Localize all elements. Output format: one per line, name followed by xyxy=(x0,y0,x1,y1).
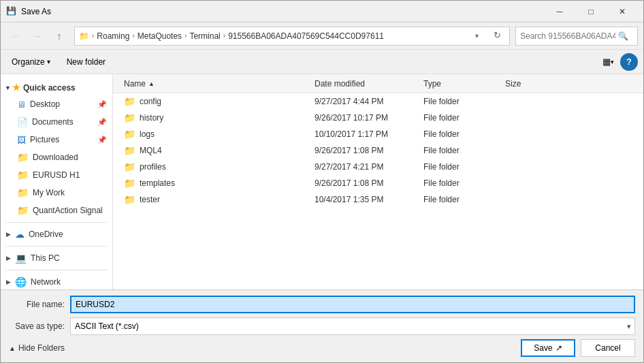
cancel-button[interactable]: Cancel xyxy=(581,339,635,357)
quick-access-header[interactable]: ▾ ★ Quick access xyxy=(1,80,112,95)
minimize-button[interactable]: ─ xyxy=(544,1,575,22)
address-bar[interactable]: 📁 › Roaming › MetaQuotes › Terminal › 91… xyxy=(74,27,510,46)
star-icon: ★ xyxy=(12,82,20,93)
save-button[interactable]: Save ↗ xyxy=(521,339,575,357)
breadcrumb: 📁 › Roaming › MetaQuotes › Terminal › 91… xyxy=(79,31,384,41)
pin-pictures-icon: 📌 xyxy=(97,136,107,144)
sidebar-item-onedrive[interactable]: ▶ ☁ OneDrive xyxy=(1,225,112,243)
sidebar-item-documents-label: Documents xyxy=(32,117,74,127)
sidebar-item-network[interactable]: ▶ 🌐 Network xyxy=(1,273,112,289)
cursor-icon: ↗ xyxy=(556,343,562,353)
window-icon: 💾 xyxy=(6,6,17,17)
new-folder-button[interactable]: New folder xyxy=(61,53,111,71)
desktop-icon: 🖥 xyxy=(17,99,26,110)
sidebar-item-thispc[interactable]: ▶ 💻 This PC xyxy=(1,249,112,267)
pictures-icon: 🖼 xyxy=(17,135,26,145)
sidebar-divider-2 xyxy=(6,246,107,247)
up-button[interactable]: ↑ xyxy=(50,27,69,46)
documents-icon: 📄 xyxy=(17,117,28,127)
sidebar-item-quantaction[interactable]: 📁 QuantAction Signal xyxy=(1,202,112,219)
sidebar: ▾ ★ Quick access 🖥 Desktop 📌 📄 Documents… xyxy=(1,74,113,289)
table-row[interactable]: 📁 history 9/26/2017 10:17 PM File folder xyxy=(113,110,643,126)
search-icon: 🔍 xyxy=(618,31,628,41)
savetype-select-wrapper: ASCII Text (*.csv) xyxy=(70,317,635,335)
search-input[interactable] xyxy=(520,31,615,41)
forward-button[interactable]: → xyxy=(28,27,47,46)
sidebar-section-thispc: ▶ 💻 This PC xyxy=(1,249,112,267)
col-header-size[interactable]: Size xyxy=(505,79,560,89)
hide-folders-button[interactable]: ▲ Hide Folders xyxy=(9,343,65,353)
table-row[interactable]: 📁 config 9/27/2017 4:44 PM File folder xyxy=(113,93,643,110)
title-bar: 💾 Save As ─ □ ✕ xyxy=(1,1,643,22)
folder-icon: 📁 xyxy=(124,129,135,140)
folder-icon: 📁 xyxy=(124,112,135,123)
refresh-button[interactable]: ↻ xyxy=(489,27,505,44)
breadcrumb-guid: 915566BA06ADA407569C544CC0D97611 xyxy=(228,31,384,41)
col-name-sort-icon: ▲ xyxy=(148,80,155,87)
view-chevron-icon: ▾ xyxy=(611,59,614,65)
savetype-select[interactable]: ASCII Text (*.csv) xyxy=(70,317,635,335)
sidebar-item-mywork-label: My Work xyxy=(33,188,65,198)
folder-icon: 📁 xyxy=(124,194,135,205)
onedrive-icon: ☁ xyxy=(15,229,25,240)
breadcrumb-roaming: Roaming xyxy=(97,31,129,41)
sidebar-section-quickaccess: ▾ ★ Quick access 🖥 Desktop 📌 📄 Documents… xyxy=(1,80,112,219)
table-row[interactable]: 📁 templates 9/26/2017 1:08 PM File folde… xyxy=(113,175,643,191)
col-name-label: Name xyxy=(124,79,146,89)
sidebar-divider-3 xyxy=(6,270,107,270)
breadcrumb-sep-0: › xyxy=(92,32,94,40)
thispc-icon: 💻 xyxy=(15,253,27,264)
view-icon: ▦ xyxy=(602,57,611,67)
table-row[interactable]: 📁 profiles 9/27/2017 4:21 PM File folder xyxy=(113,159,643,175)
sidebar-item-pictures[interactable]: 🖼 Pictures 📌 xyxy=(1,131,112,148)
help-button[interactable]: ? xyxy=(620,53,638,71)
savetype-row: Save as type: ASCII Text (*.csv) xyxy=(9,317,635,335)
view-toggle-button[interactable]: ▦ ▾ xyxy=(598,53,617,71)
sidebar-item-desktop[interactable]: 🖥 Desktop 📌 xyxy=(1,95,112,113)
file-list: 📁 config 9/27/2017 4:44 PM File folder 📁… xyxy=(113,93,643,289)
savetype-label: Save as type: xyxy=(9,321,70,331)
back-button[interactable]: ← xyxy=(6,27,25,46)
toolbar-right: ▦ ▾ ? xyxy=(598,53,638,71)
maximize-button[interactable]: □ xyxy=(575,1,607,22)
breadcrumb-sep-3: › xyxy=(223,32,225,40)
table-row[interactable]: 📁 logs 10/10/2017 1:17 PM File folder xyxy=(113,126,643,142)
sidebar-item-eurusd[interactable]: 📁 EURUSD H1 xyxy=(1,166,112,184)
sidebar-item-mywork[interactable]: 📁 My Work xyxy=(1,184,112,202)
chevron-down-icon: ▾ xyxy=(6,84,10,91)
filename-input[interactable] xyxy=(70,296,635,313)
col-header-type[interactable]: Type xyxy=(423,79,505,89)
table-row[interactable]: 📁 tester 10/4/2017 1:35 PM File folder xyxy=(113,191,643,208)
folder-icon: 📁 xyxy=(124,96,135,107)
sidebar-item-documents[interactable]: 📄 Documents 📌 xyxy=(1,113,112,131)
sidebar-item-pictures-label: Pictures xyxy=(30,135,59,144)
filename-row: File name: xyxy=(9,296,635,313)
save-label: Save xyxy=(534,343,552,353)
pin-documents-icon: 📌 xyxy=(97,118,107,127)
breadcrumb-sep-2: › xyxy=(184,32,187,40)
table-row[interactable]: 📁 MQL4 9/26/2017 1:08 PM File folder xyxy=(113,142,643,159)
breadcrumb-expand-button[interactable]: ▾ xyxy=(467,27,486,46)
network-icon: 🌐 xyxy=(15,277,27,287)
col-header-date[interactable]: Date modified xyxy=(315,79,423,89)
organize-button[interactable]: Organize ▾ xyxy=(6,53,56,71)
organize-chevron-icon: ▾ xyxy=(47,58,50,65)
sidebar-onedrive-label: OneDrive xyxy=(29,230,63,239)
quantaction-folder-icon: 📁 xyxy=(17,205,29,216)
title-bar-controls: ─ □ ✕ xyxy=(544,1,638,22)
sidebar-item-downloaded-label: Downloaded xyxy=(33,153,78,162)
sidebar-item-quantaction-label: QuantAction Signal xyxy=(33,206,103,215)
col-header-name[interactable]: Name ▲ xyxy=(124,79,315,89)
file-list-header: Name ▲ Date modified Type Size xyxy=(113,74,643,93)
chevron-right-network-icon: ▶ xyxy=(6,279,11,285)
window-title: Save As xyxy=(21,7,544,16)
search-box: 🔍 xyxy=(515,27,638,46)
save-as-dialog: 💾 Save As ─ □ ✕ ← → ↑ 📁 › Roaming › Meta… xyxy=(0,0,644,363)
close-button[interactable]: ✕ xyxy=(607,1,638,22)
mywork-folder-icon: 📁 xyxy=(17,187,29,198)
sidebar-section-network: ▶ 🌐 Network xyxy=(1,273,112,289)
sidebar-network-label: Network xyxy=(31,277,61,287)
chevron-up-icon: ▲ xyxy=(9,345,16,352)
breadcrumb-metaquotes: MetaQuotes xyxy=(138,31,182,41)
sidebar-item-downloaded[interactable]: 📁 Downloaded xyxy=(1,148,112,166)
